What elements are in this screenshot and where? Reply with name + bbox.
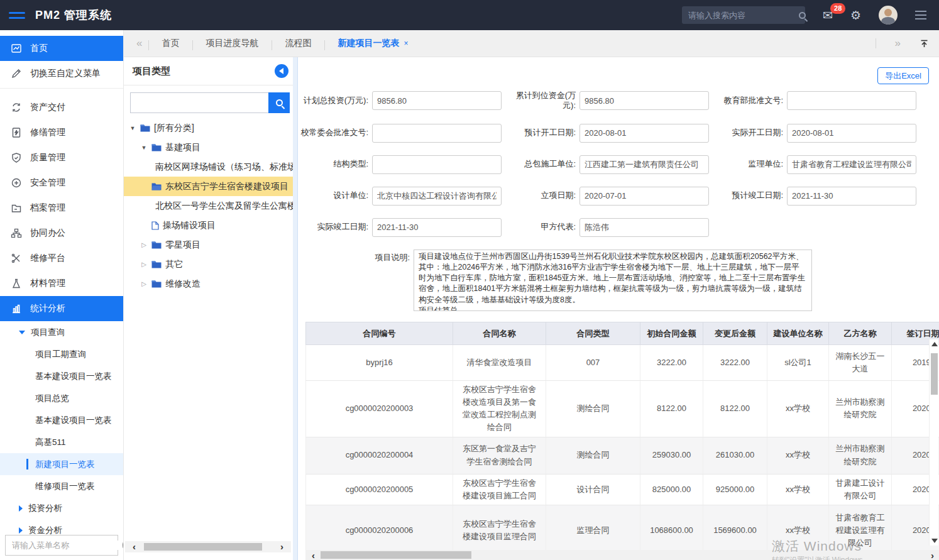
table-row[interactable]: cg0000020200004东区第一食堂及吉宁学生宿舍测绘合同测绘合同2590…: [306, 437, 939, 474]
tree-collapsed-icon[interactable]: ▷: [140, 241, 148, 248]
scroll-left-icon[interactable]: ‹: [312, 550, 315, 560]
tree-node-capital-projects[interactable]: ▼ 基建项目: [124, 138, 297, 157]
actual-start-date-input[interactable]: [787, 124, 916, 143]
column-header[interactable]: 乙方名称: [829, 322, 892, 345]
cell: 1569600.00: [703, 505, 767, 551]
tab-project-progress-nav[interactable]: 项目进度导航: [192, 38, 272, 49]
global-search-field[interactable]: [688, 11, 799, 20]
tree-leaf-playground[interactable]: 操场铺设项目: [124, 216, 297, 235]
scroll-down-icon[interactable]: [931, 539, 938, 543]
tree-node-all-categories[interactable]: ▼ [所有分类]: [124, 118, 297, 138]
table-row[interactable]: cg0000020200005东校区吉宁学生宿舍楼建设项目施工合同设计合同825…: [306, 474, 939, 505]
submenu-item-basic-construction-list-2[interactable]: 基本建设项目一览表: [0, 409, 123, 431]
sidebar-item-collaboration[interactable]: 协同办公: [0, 221, 123, 246]
tree-leaf-tennis-court[interactable]: 南校区网球场铺设（练习场、标准场）工: [124, 157, 297, 177]
tree-horizontal-scrollbar[interactable]: ‹ ›: [125, 541, 291, 552]
owner-representative-input[interactable]: [579, 218, 709, 237]
hamburger-menu-icon[interactable]: [9, 12, 25, 19]
close-icon[interactable]: ×: [404, 39, 408, 48]
design-unit-input[interactable]: [372, 187, 502, 206]
planned-completion-date-input[interactable]: [787, 187, 916, 206]
tree-collapsed-icon[interactable]: ▷: [140, 280, 148, 287]
tree-vertical-scrollbar[interactable]: [293, 57, 297, 560]
tree-search-button[interactable]: [268, 92, 290, 113]
column-header[interactable]: 变更后金额: [703, 322, 767, 345]
sidebar-item-material-management[interactable]: 材料管理: [0, 271, 123, 296]
submenu-group-project-query[interactable]: 项目查询: [0, 321, 123, 343]
submenu-group-investment-analysis[interactable]: 投资分析: [0, 497, 123, 519]
panel-collapse-button[interactable]: [275, 64, 288, 78]
scroll-left-icon[interactable]: ‹: [133, 541, 136, 552]
submenu-item-gaoji511[interactable]: 高基511: [0, 431, 123, 453]
tree-search-input[interactable]: [130, 92, 268, 113]
tree-node-renovation[interactable]: ▷ 维修改造: [124, 274, 297, 294]
sidebar-item-repair-management[interactable]: 修缮管理: [0, 120, 123, 145]
table-vertical-scrollbar[interactable]: [929, 339, 938, 546]
scrollbar-thumb[interactable]: [321, 551, 471, 559]
sidebar-item-statistics[interactable]: 统计分析: [0, 296, 123, 321]
menu-search-box[interactable]: [5, 535, 118, 556]
tree-node-scattered-projects[interactable]: ▷ 零星项目: [124, 235, 297, 255]
sidebar-item-home[interactable]: 首页: [0, 36, 123, 61]
table-horizontal-scrollbar[interactable]: ‹ ›: [305, 550, 939, 560]
mail-icon[interactable]: ✉28: [823, 9, 833, 21]
sidebar-item-archive-management[interactable]: 档案管理: [0, 195, 123, 221]
tree-node-other[interactable]: ▷ 其它: [124, 255, 297, 274]
tree-collapsed-icon[interactable]: ▷: [140, 261, 148, 268]
scroll-right-icon[interactable]: ›: [931, 550, 934, 560]
gear-icon[interactable]: ⚙: [850, 9, 861, 21]
search-icon[interactable]: [799, 12, 806, 19]
committee-approval-number-input[interactable]: [372, 124, 502, 143]
collapse-tabs-icon[interactable]: [920, 39, 929, 48]
supervisor-unit-input[interactable]: [787, 155, 916, 174]
column-header[interactable]: 初始合同金额: [640, 322, 703, 345]
scroll-up-icon[interactable]: [931, 342, 938, 346]
cell: byprj16: [306, 345, 453, 381]
sidebar-item-asset-delivery[interactable]: 资产交付: [0, 95, 123, 120]
sidebar-item-quality-management[interactable]: 质量管理: [0, 145, 123, 170]
column-header[interactable]: 合同编号: [306, 322, 453, 345]
approval-date-input[interactable]: [579, 187, 709, 206]
field-label: 累计到位资金(万元):: [505, 91, 579, 111]
menu-search-input[interactable]: [12, 541, 123, 550]
tab-home[interactable]: 首页: [148, 38, 192, 49]
submenu-item-basic-construction-list[interactable]: 基本建设项目一览表: [0, 365, 123, 387]
sidebar-item-maintenance-platform[interactable]: 维修平台: [0, 246, 123, 271]
scroll-right-icon[interactable]: ›: [280, 541, 283, 552]
table-row[interactable]: byprj16清华食堂改造项目0073222.003222.00sl公司1湖南长…: [306, 345, 939, 381]
moe-approval-number-input[interactable]: [787, 91, 916, 110]
global-search-input[interactable]: [682, 6, 805, 24]
submenu-item-new-project-list[interactable]: 新建项目一览表: [0, 453, 123, 475]
planned-investment-input[interactable]: [372, 91, 502, 110]
tabs-scroll-right-icon[interactable]: »: [889, 37, 907, 50]
table-row[interactable]: cg0000020200003东校区吉宁学生宿舍楼改造项目及第一食堂改造工程控制…: [306, 381, 939, 437]
tree-leaf-dongxiaoqu-dormitory[interactable]: 东校区吉宁学生宿舍楼建设项目: [124, 177, 297, 196]
structure-type-input[interactable]: [372, 155, 502, 174]
tab-flowchart[interactable]: 流程图: [272, 38, 324, 49]
tree-expanded-icon[interactable]: ▼: [129, 125, 136, 131]
tabs-scroll-left-icon[interactable]: «: [130, 37, 148, 50]
table-row[interactable]: cg0000020200006东校区吉宁学生宿舍楼建设项目监理合同监理合同106…: [306, 505, 939, 551]
funds-in-place-input[interactable]: [579, 91, 709, 110]
tab-new-project-list[interactable]: 新建项目一览表×: [324, 38, 421, 49]
submenu-item-repair-project-list[interactable]: 维修项目一览表: [0, 475, 123, 497]
tree-leaf-beixiaoqu-apartment[interactable]: 北校区一号学生公寓及留学生公寓楼建: [124, 196, 297, 216]
sidebar-item-safety-management[interactable]: 安全管理: [0, 170, 123, 195]
submenu-item-project-duration-query[interactable]: 项目工期查询: [0, 343, 123, 365]
sidebar-item-switch-custom-menu[interactable]: 切换至自定义菜单: [0, 61, 123, 86]
actual-completion-date-input[interactable]: [372, 218, 502, 237]
column-header[interactable]: 建设单位名称: [767, 322, 829, 345]
export-excel-button[interactable]: 导出Excel: [877, 67, 929, 84]
scrollbar-thumb[interactable]: [931, 353, 938, 395]
menu-bars-icon[interactable]: [915, 11, 926, 19]
tree-expanded-icon[interactable]: ▼: [140, 145, 148, 151]
project-description-textarea[interactable]: 项目建设地点位于兰州市西固区山丹街1539号兰州石化职业技术学院东校区校园内，总…: [414, 250, 812, 311]
column-header[interactable]: 合同名称: [453, 322, 546, 345]
avatar[interactable]: [879, 6, 898, 25]
planned-start-date-input[interactable]: [579, 124, 709, 143]
submenu-item-project-overview[interactable]: 项目总览: [0, 387, 123, 409]
scrollbar-thumb[interactable]: [144, 543, 262, 551]
general-contractor-input[interactable]: [579, 155, 709, 174]
top-bar: PM2 管理系统 ✉28 ⚙: [0, 0, 939, 30]
column-header[interactable]: 合同类型: [546, 322, 640, 345]
